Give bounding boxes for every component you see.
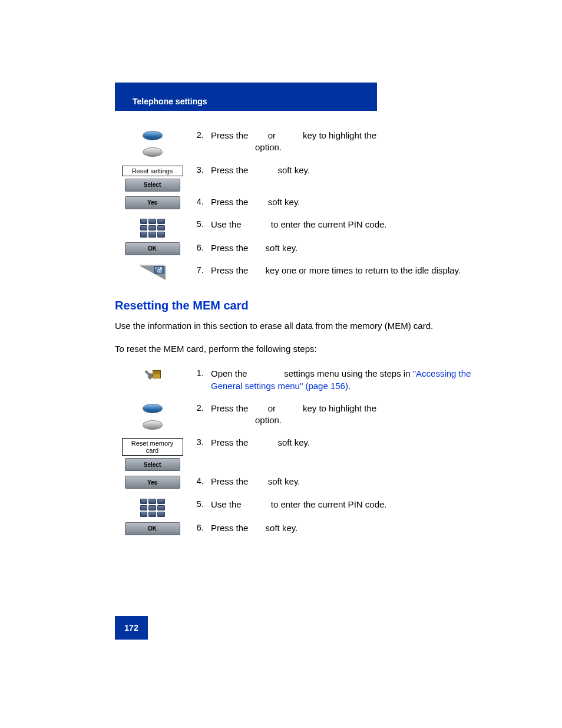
ok-softkey-icon-cell: OK: [115, 240, 190, 262]
header-title: Telephone settings: [133, 97, 207, 106]
ok-softkey-icon: OK: [125, 522, 180, 535]
step-text: Press the or key to highlight the option…: [206, 127, 485, 162]
up-key-icon: [143, 404, 163, 413]
clr-key-icon: CLR⌫: [138, 265, 167, 281]
yes-softkey-icon: Yes: [125, 476, 180, 489]
step-number: 4.: [190, 194, 206, 216]
step-number: 3.: [190, 162, 206, 194]
step-row: OK 6. Press the soft key.: [115, 520, 485, 542]
step-number: 3.: [190, 434, 206, 473]
tool-icon-cell: [115, 365, 190, 400]
ok-softkey-icon-cell: OK: [115, 520, 190, 542]
step-text: Press the soft key.: [206, 473, 485, 496]
step-number: 6.: [190, 240, 206, 262]
step-number: 1.: [190, 365, 206, 400]
step-row: Reset settings Select 3. Press the soft …: [115, 162, 485, 194]
ok-softkey-icon: OK: [125, 242, 180, 255]
step-text: Press the soft key.: [206, 162, 485, 194]
step-text: Press the soft key.: [206, 520, 485, 542]
clr-key-icon-cell: CLR⌫: [115, 262, 190, 285]
yes-softkey-icon: Yes: [125, 196, 180, 209]
menu-label: Reset settings: [122, 166, 183, 176]
step-row: 2. Press the or key to highlight the opt…: [115, 400, 485, 435]
step-number: 7.: [190, 262, 206, 285]
header-bar: Telephone settings: [115, 83, 377, 111]
step-row: 5. Use the to enter the current PIN code…: [115, 216, 485, 240]
step-text: Press the soft key.: [206, 194, 485, 216]
step-row: Reset memory card Select 3. Press the so…: [115, 434, 485, 473]
step-row: OK 6. Press the soft key.: [115, 240, 485, 262]
step-row: 1. Open the settings menu using the step…: [115, 365, 485, 400]
up-key-icon: [143, 131, 163, 140]
step-text: Press the soft key.: [206, 240, 485, 262]
step-text: Use the to enter the current PIN code.: [206, 216, 485, 240]
step-number: 5.: [190, 216, 206, 240]
step-text: Press the soft key.: [206, 434, 485, 473]
dialpad-icon: [140, 219, 165, 238]
step-number: 5.: [190, 496, 206, 520]
down-key-icon: [143, 420, 163, 430]
section-heading: Resetting the MEM card: [115, 299, 485, 312]
down-key-icon: [143, 147, 163, 157]
step-row: Yes 4. Press the soft key.: [115, 194, 485, 216]
page: Telephone settings 2. Press the or key t…: [0, 0, 562, 728]
section2-steps: 1. Open the settings menu using the step…: [115, 365, 485, 542]
step-text: Open the settings menu using the steps i…: [206, 365, 485, 400]
step-text: Use the to enter the current PIN code.: [206, 496, 485, 520]
step-number: 2.: [190, 127, 206, 162]
step-row: 5. Use the to enter the current PIN code…: [115, 496, 485, 520]
reset-memcard-icon: Reset memory card Select: [115, 434, 190, 473]
select-softkey-icon: Select: [125, 458, 180, 471]
dialpad-icon-cell: [115, 496, 190, 520]
step-number: 6.: [190, 520, 206, 542]
reset-settings-icon: Reset settings Select: [115, 162, 190, 194]
dialpad-icon: [140, 499, 165, 518]
nav-up-down-icon: [115, 400, 190, 435]
body-paragraph: To reset the MEM card, perform the follo…: [115, 342, 485, 355]
step-number: 4.: [190, 473, 206, 496]
step-row: Yes 4. Press the soft key.: [115, 473, 485, 496]
section1-steps: 2. Press the or key to highlight the opt…: [115, 127, 485, 285]
step-number: 2.: [190, 400, 206, 435]
settings-tool-icon: [144, 368, 161, 381]
page-number: 172: [115, 616, 148, 640]
body-paragraph: Use the information in this section to e…: [115, 319, 485, 332]
select-softkey-icon: Select: [125, 179, 180, 192]
yes-softkey-icon-cell: Yes: [115, 473, 190, 496]
menu-label: Reset memory card: [122, 438, 183, 456]
yes-softkey-icon-cell: Yes: [115, 194, 190, 216]
step-row: CLR⌫ 7. Press the key one or more times …: [115, 262, 485, 285]
step-text: Press the or key to highlight the option…: [206, 400, 485, 435]
step-row: 2. Press the or key to highlight the opt…: [115, 127, 485, 162]
step-text: Press the key one or more times to retur…: [206, 262, 485, 285]
nav-up-down-icon: [115, 127, 190, 162]
dialpad-icon-cell: [115, 216, 190, 240]
